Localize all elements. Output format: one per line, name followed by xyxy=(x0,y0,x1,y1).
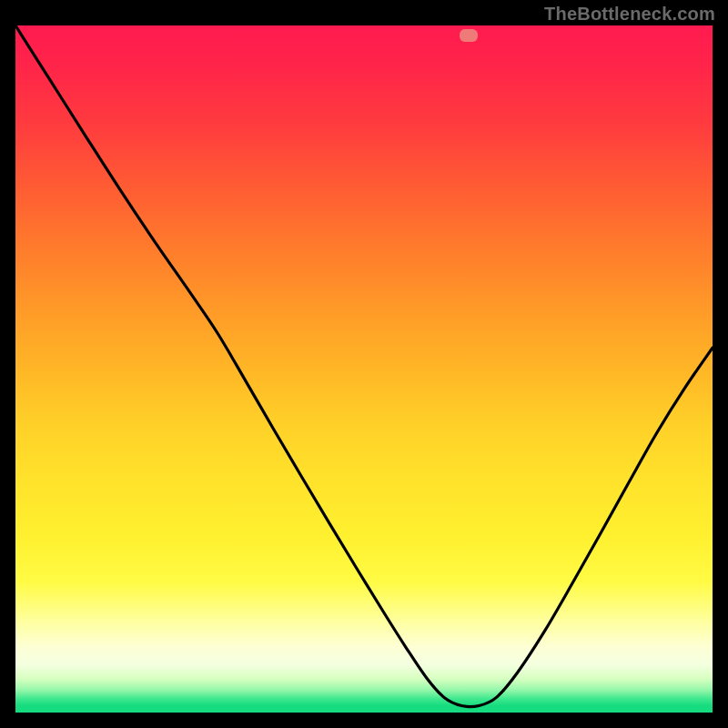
optimum-marker xyxy=(460,29,478,42)
watermark-text: TheBottleneck.com xyxy=(544,4,715,25)
plot-area xyxy=(15,25,713,713)
curve-line xyxy=(15,25,713,713)
chart-frame: TheBottleneck.com xyxy=(0,0,728,728)
